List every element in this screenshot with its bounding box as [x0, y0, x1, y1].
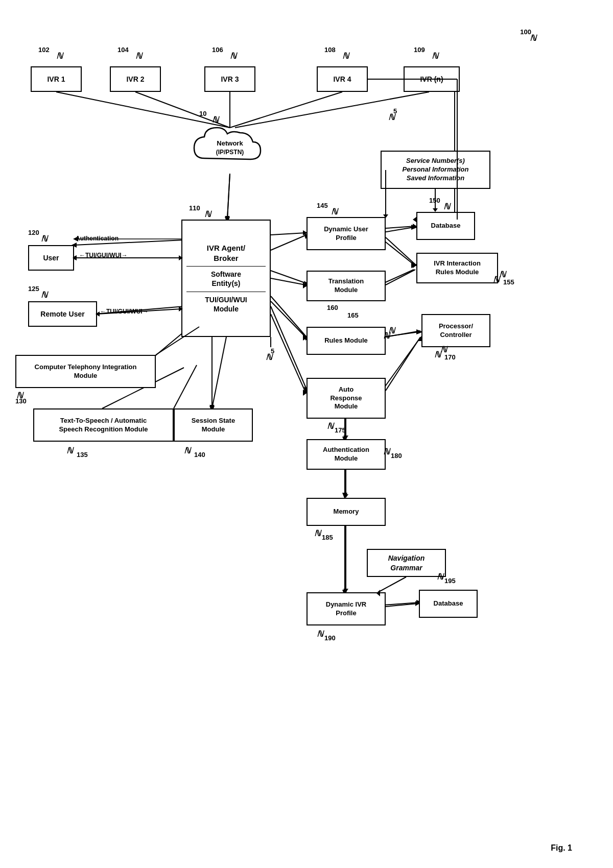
ref-185: 185 — [322, 534, 333, 541]
slash-108: ℕ — [342, 51, 349, 61]
svg-text:Network: Network — [217, 139, 243, 147]
dynamic-ivr-box: Dynamic IVRProfile — [306, 592, 386, 625]
svg-line-27 — [153, 332, 184, 357]
slash-195: ℕ — [437, 572, 443, 582]
user-box: User — [28, 245, 74, 271]
ref-130: 130 — [15, 397, 27, 405]
ref-145: 145 — [317, 202, 328, 209]
slash-185: ℕ — [314, 528, 321, 538]
ref-110: 110 — [189, 204, 200, 212]
svg-marker-84 — [343, 494, 348, 498]
svg-line-36 — [383, 340, 419, 389]
ref-195: 195 — [444, 577, 456, 585]
svg-marker-71 — [209, 405, 215, 408]
diagram: 100 ℕ IVR 1 102 ℕ IVR 2 104 ℕ IVR 3 106 … — [0, 0, 613, 868]
ref-102: 102 — [38, 46, 50, 54]
svg-marker-96 — [433, 208, 438, 212]
svg-line-68 — [271, 314, 305, 392]
auth-label: Authentication — [76, 235, 119, 242]
svg-line-33 — [383, 270, 414, 283]
ivrn-box: IVR (n) — [404, 66, 460, 92]
svg-line-87 — [378, 577, 406, 592]
dynamic-user-box: Dynamic UserProfile — [306, 217, 386, 250]
service-info-box: Service Number(s) Personal Information S… — [381, 151, 490, 189]
slash-109: ℕ — [432, 51, 438, 61]
svg-line-15 — [271, 306, 306, 389]
svg-line-64 — [271, 278, 305, 285]
ref-10: 10 — [199, 110, 206, 117]
memory-box: Memory — [306, 498, 386, 526]
svg-line-13 — [271, 296, 306, 337]
slash-145: ℕ — [331, 207, 338, 216]
svg-line-72 — [386, 226, 415, 228]
ref-160: 160 — [327, 304, 338, 311]
svg-line-78 — [386, 270, 415, 285]
svg-marker-55 — [225, 216, 230, 220]
svg-line-74 — [386, 237, 415, 264]
slash-110: ℕ — [204, 209, 211, 219]
ref-120: 120 — [28, 229, 39, 236]
slash-120: ℕ — [41, 234, 48, 244]
cti-box: Computer Telephony IntegrationModule — [15, 355, 156, 388]
svg-line-17 — [212, 332, 227, 408]
svg-line-92 — [174, 365, 197, 408]
svg-marker-82 — [343, 436, 348, 439]
svg-line-7 — [227, 174, 230, 220]
svg-line-44 — [383, 602, 419, 605]
tui-label-user: ←TUI/GUI/WUI→ — [79, 252, 128, 259]
slash-104: ℕ — [135, 51, 142, 61]
fig-label: Fig. 1 — [551, 843, 572, 853]
slash-106: ℕ — [230, 51, 237, 61]
svg-line-66 — [271, 301, 305, 337]
svg-line-80 — [386, 337, 420, 391]
auth-module-box: AuthenticationModule — [306, 439, 386, 470]
slash-5-top: ℕ — [388, 112, 395, 122]
ref-125: 125 — [28, 285, 39, 293]
svg-line-62 — [271, 233, 305, 235]
processor-box: Processor/Controller — [421, 314, 490, 347]
ivr3-box: IVR 3 — [204, 66, 255, 92]
ref-155: 155 — [503, 278, 514, 286]
slash-140: ℕ — [184, 446, 191, 455]
ivr-agent-box: IVR Agent/Broker SoftwareEntity(s) TUI/G… — [181, 220, 271, 337]
slash-150: ℕ — [443, 202, 450, 211]
slash-100: ℕ — [530, 33, 536, 43]
rules-box: Rules Module — [306, 327, 386, 355]
ref-175: 175 — [335, 426, 346, 434]
svg-marker-86 — [343, 589, 348, 592]
ref-106: 106 — [212, 46, 223, 54]
database2-box: Database — [419, 590, 478, 618]
ref-190: 190 — [324, 634, 336, 642]
nav-grammar-box: NavigationGrammar — [367, 549, 446, 577]
ref-109: 109 — [414, 46, 425, 54]
slash-180: ℕ — [383, 447, 390, 456]
svg-line-11 — [271, 271, 306, 283]
slash-10: ℕ — [212, 115, 219, 125]
ref-170: 170 — [444, 353, 456, 361]
network-cloud: Network (IP/PSTN) — [189, 123, 271, 174]
tui-label-remote: ←TUI/GUI/WUI→ — [100, 308, 149, 315]
ref-140: 140 — [194, 451, 205, 459]
ref-180: 180 — [391, 452, 402, 460]
remote-user-box: Remote User — [28, 301, 97, 327]
tts-box: Text-To-Speech / AutomaticSpeech Recogni… — [33, 408, 174, 442]
slash-125: ℕ — [41, 290, 48, 300]
ref-165-label: 165 — [347, 311, 359, 319]
slash-5-mid: ℕ — [266, 352, 272, 362]
translation-box: TranslationModule — [306, 271, 386, 301]
svg-line-9 — [271, 235, 306, 250]
svg-line-54 — [227, 174, 230, 219]
slash-165b: ℕ — [388, 326, 395, 335]
ref-150: 150 — [429, 197, 440, 204]
ivr2-box: IVR 2 — [110, 66, 161, 92]
ivr1-box: IVR 1 — [31, 66, 82, 92]
ref-108: 108 — [324, 46, 336, 54]
svg-line-31 — [383, 240, 414, 264]
svg-line-89 — [386, 604, 418, 607]
ref-104: 104 — [117, 46, 129, 54]
slash-190: ℕ — [317, 629, 323, 639]
ivr4-box: IVR 4 — [317, 66, 368, 92]
slash-175: ℕ — [327, 421, 334, 431]
svg-marker-48 — [413, 217, 416, 222]
ivr-interaction-box: IVR InteractionRules Module — [416, 253, 498, 283]
